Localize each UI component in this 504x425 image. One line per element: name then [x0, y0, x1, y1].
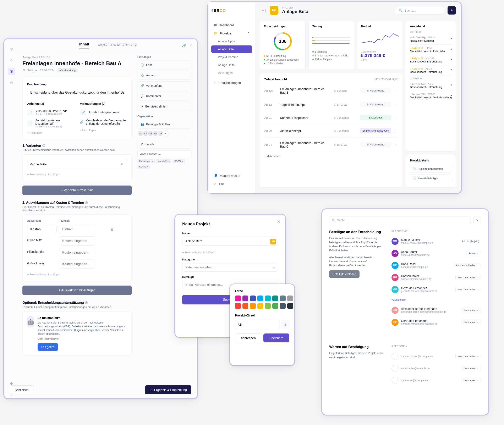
role-select[interactable]: Admin⌄: [466, 251, 481, 256]
add-link-link[interactable]: + Hinzufügen: [80, 129, 96, 132]
role-select[interactable]: kann bearbeiten⌄: [455, 287, 481, 292]
home-icon[interactable]: ⌂: [8, 56, 15, 64]
tree-icon[interactable]: ⎋: [8, 79, 15, 86]
color-swatch[interactable]: [235, 296, 241, 301]
effect-input[interactable]: [59, 236, 95, 246]
side-add-item[interactable]: 🕒Frist: [137, 61, 191, 69]
side-add-item[interactable]: 📎Anhang: [137, 71, 191, 80]
color-swatch[interactable]: [280, 296, 286, 301]
add-desc-link[interactable]: + Beschreibung hinzufügen: [182, 251, 215, 254]
sidebar-project-item[interactable]: Anlage Delta: [211, 61, 252, 69]
side-add-item[interactable]: 💬Kommentar: [137, 92, 191, 100]
add-desc-link2[interactable]: + Beschreibung hinzufügen: [27, 273, 60, 276]
info-icon[interactable]: ⓘ: [85, 301, 88, 305]
stat-decisions[interactable]: Entscheidungen 138 67 In Bearbeitung37 E…: [260, 21, 306, 70]
participant-avatars[interactable]: MMASDRHMGF+: [137, 130, 191, 137]
color-swatch[interactable]: [287, 303, 293, 309]
color-swatch[interactable]: [250, 303, 256, 309]
invite-button[interactable]: Beteiligte einladen: [329, 270, 360, 278]
recent-row[interactable]: AB-133Freianlagen Innenhöfe - Bereich Ba…: [264, 83, 398, 98]
color-swatch[interactable]: [272, 303, 278, 309]
add-button[interactable]: +: [448, 6, 456, 14]
search-input[interactable]: 🔍Suche…: [329, 216, 471, 224]
tag[interactable]: Freianlagen ×: [137, 159, 155, 163]
save-button[interactable]: Speichern: [263, 333, 289, 342]
color-swatch[interactable]: [265, 296, 271, 301]
recent-row[interactable]: AB-24Freianlagen Innenhöfe - Bereich Bau…: [264, 137, 398, 152]
link-item[interactable]: 🔗Verschiebung der Verbaukante entlang de…: [80, 117, 127, 127]
shortcode-input[interactable]: [235, 320, 280, 329]
all-decisions-link[interactable]: Alle Entscheidungen: [374, 77, 398, 81]
role-select[interactable]: kann lesen⌄: [461, 307, 481, 313]
effect-input[interactable]: [59, 248, 95, 257]
close-icon[interactable]: ✕: [277, 219, 281, 225]
pending-item[interactable]: ⚠ 2h Überfällig· MM-14Nasszellen-Konzept…: [410, 34, 452, 45]
lets-go-button[interactable]: Los geht's: [38, 343, 58, 351]
pending-item[interactable]: ○ Fällig in 6T· AB-14Basiskonzept Entrau…: [410, 65, 452, 76]
add-desc-link[interactable]: + Beschreibung hinzufügen: [27, 173, 60, 176]
effect-input[interactable]: [59, 260, 95, 269]
back-icon[interactable]: ←|: [261, 8, 266, 13]
roles-item[interactable]: 👥Beteiligte & Rollen: [137, 120, 191, 129]
tag[interactable]: KG500 ×: [173, 159, 185, 163]
breadcrumb[interactable]: Anlage Beta / AB-133: [22, 56, 132, 59]
nav-add-project[interactable]: Hinzufügen: [211, 69, 252, 77]
recent-row[interactable]: AB-09Akustikkonzept© 3 WochenEmpfehlung …: [264, 124, 398, 137]
nav-dashboard[interactable]: ▦Dashboard: [211, 21, 252, 29]
delete-icon[interactable]: 🗑: [97, 225, 127, 234]
pending-item[interactable]: ○ Fällig in 2T· MM-109Basiskonzept Entra…: [410, 55, 452, 65]
variant-input[interactable]: [30, 162, 118, 166]
color-swatch[interactable]: [242, 303, 248, 309]
app-logo[interactable]: resco: [211, 7, 252, 13]
recent-row[interactable]: AB-12Tageslichtkonzept© 14.03.23In Vorbe…: [264, 98, 398, 111]
role-select[interactable]: Admin (Projekt): [460, 239, 481, 244]
recent-row[interactable]: AB-01Konzept Eisspeicher© 2 WochenEntsch…: [264, 111, 398, 124]
unit-input[interactable]: [59, 225, 95, 234]
sidebar-project-item[interactable]: Anlage Beta: [211, 46, 252, 53]
attachment-item[interactable]: 📄Architekturskizzen-Dezember.pdf2.3 MB ·…: [27, 117, 74, 129]
delete-icon[interactable]: 🗑: [120, 162, 124, 166]
collapse-link[interactable]: ^ Ausblenden: [391, 299, 481, 301]
folder-icon[interactable]: ▣: [8, 68, 15, 75]
pending-item[interactable]: ○ Fällig in 1T· PP-53Mobilitätskonzept -…: [410, 45, 452, 55]
nav-help[interactable]: ?Hilfe: [211, 180, 252, 188]
tab-result[interactable]: Ergebnis & Empfehlung: [97, 42, 137, 49]
tag[interactable]: KG570 ×: [137, 165, 150, 169]
color-swatch[interactable]: [235, 303, 241, 309]
side-add-item[interactable]: 🔗Verknüpfung: [137, 81, 191, 90]
link-item[interactable]: 🔗Anzahl Untergeschosse: [80, 107, 127, 117]
label-input[interactable]: [137, 150, 191, 157]
search-input[interactable]: 🔍Suche…: [396, 6, 444, 14]
nav-projects[interactable]: 📁Projekte⌃: [211, 29, 252, 37]
close-icon[interactable]: ✕: [189, 44, 192, 47]
project-name-input[interactable]: [182, 237, 278, 246]
add-attachment-link[interactable]: + Hinzufügen: [27, 131, 43, 134]
nav-decisions[interactable]: ✓Entscheidungen: [211, 79, 252, 86]
add-effect-button[interactable]: + Auswirkung hinzufügen: [22, 286, 132, 295]
cancel-button[interactable]: Abbrechen: [235, 333, 261, 342]
add-variant-button[interactable]: + Variante hinzufügen: [22, 186, 132, 195]
details-link[interactable]: 📄Projekt-Beteiligte: [410, 174, 452, 182]
pending-item[interactable]: ○ 11. Nov 2023· AB-9Basiskonzept Entrauc…: [410, 80, 452, 91]
info-icon[interactable]: ⓘ: [85, 201, 88, 205]
next-button[interactable]: Zu Ergebnis & Empfehlung: [145, 385, 191, 394]
attachment-item[interactable]: 📄2022-08-23-Datei01.pdf1.2 kB · 14. Deze…: [27, 107, 74, 117]
nav-user[interactable]: 👤Manuel Muster: [211, 172, 252, 179]
role-select[interactable]: kann lesen⌄: [461, 319, 481, 325]
logo-icon[interactable]: ◎: [8, 45, 15, 53]
details-link[interactable]: 📄Projekteigenschaften: [410, 165, 452, 173]
color-swatch[interactable]: [250, 296, 256, 301]
close-icon[interactable]: ✕: [473, 216, 481, 224]
pending-item[interactable]: ○ 24. Nov 2023· MM-28Mobilitätskonzept -…: [410, 91, 452, 101]
close-button[interactable]: Schließen: [10, 385, 34, 394]
description-input[interactable]: [27, 88, 127, 97]
sidebar-project-item[interactable]: Projekt Gamma: [211, 53, 252, 61]
tab-content[interactable]: Inhalt: [79, 42, 89, 49]
category-select[interactable]: [182, 263, 278, 272]
link-icon[interactable]: 🔗: [182, 44, 186, 47]
color-swatch[interactable]: ✓: [257, 303, 263, 309]
more-info-link[interactable]: Mehr Informationen →: [38, 338, 127, 340]
sidebar-project-item[interactable]: Anlage Alpha: [211, 38, 252, 45]
color-swatch[interactable]: [272, 296, 278, 301]
tag[interactable]: Innenhöfe ×: [156, 159, 171, 163]
